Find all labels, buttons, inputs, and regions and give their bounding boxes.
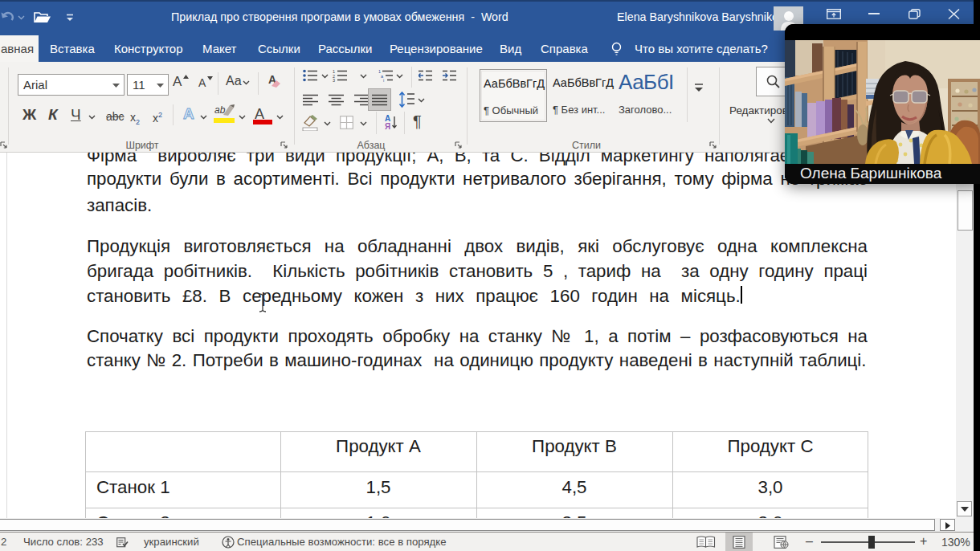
svg-text:Я: Я [385,122,390,131]
svg-text:Олена Баришнікова: Олена Баришнікова [800,165,942,182]
svg-text:3: 3 [333,78,335,82]
svg-text:А: А [183,105,194,122]
svg-text:i: i [383,78,384,82]
